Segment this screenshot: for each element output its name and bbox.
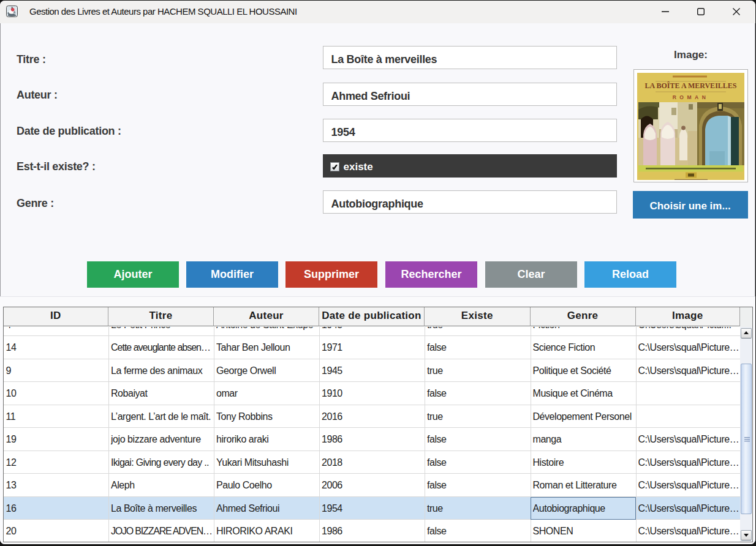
svg-text:LA BOÎTE A MERVEILLES: LA BOÎTE A MERVEILLES: [645, 81, 737, 90]
svg-text:ROMAN: ROMAN: [673, 94, 709, 100]
